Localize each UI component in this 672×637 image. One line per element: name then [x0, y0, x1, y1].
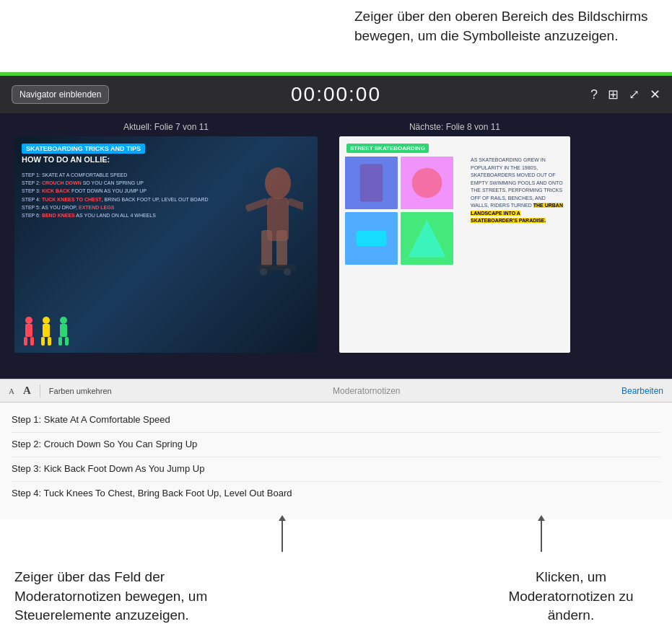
timer-display: 00:00:00 — [291, 83, 381, 106]
svg-rect-10 — [25, 324, 32, 337]
callout-line-right — [541, 519, 542, 552]
toolbar-left: Navigator einblenden — [12, 85, 109, 104]
close-icon[interactable]: ✕ — [650, 87, 660, 102]
svg-point-5 — [260, 268, 267, 276]
svg-rect-26 — [357, 231, 387, 246]
note-line-1: Step 1: Skate At A Comfortable Speed — [12, 408, 660, 433]
photo-4 — [401, 212, 453, 265]
svg-rect-7 — [245, 198, 269, 212]
notes-panel: A A Farben umkehren Moderatornotizen Bea… — [0, 379, 672, 519]
help-icon[interactable]: ? — [590, 87, 598, 102]
next-slide-photos — [345, 157, 453, 265]
current-slide-title: HOW TO DO AN OLLIE: — [22, 155, 110, 164]
bottom-right-annotation: Klicken, um Moderatornotizen zu ändern. — [470, 556, 672, 637]
note-line-3: Step 3: Kick Back Foot Down As You Jump … — [12, 457, 660, 482]
svg-rect-18 — [60, 324, 67, 337]
current-slide-bg: skateboarding tricks and tips HOW TO DO … — [14, 136, 318, 353]
font-size-small-button[interactable]: A — [9, 387, 14, 395]
photo-3 — [345, 212, 398, 265]
presentation-toolbar: Navigator einblenden 00:00:00 ? ⊞ ⤢ ✕ — [0, 76, 672, 113]
svg-rect-20 — [65, 337, 69, 346]
grid-icon[interactable]: ⊞ — [608, 87, 619, 102]
next-slide-bg: street skateboarding — [339, 136, 570, 353]
toolbar-divider — [40, 385, 40, 397]
slides-area: Aktuell: Folie 7 von 11 skateboarding tr… — [0, 113, 672, 379]
notes-toolbar: A A Farben umkehren Moderatornotizen Bea… — [0, 379, 672, 403]
current-slide-container: Aktuell: Folie 7 von 11 skateboarding tr… — [14, 122, 318, 353]
next-slide-tag: street skateboarding — [346, 144, 429, 153]
photo-2 — [401, 157, 453, 209]
callout-line-left — [282, 519, 283, 552]
svg-point-0 — [265, 167, 291, 199]
notes-center-label: Moderatornotizen — [121, 386, 613, 396]
figure-silhouettes — [22, 317, 71, 346]
svg-rect-8 — [287, 198, 303, 212]
toolbar-right: ? ⊞ ⤢ ✕ — [590, 87, 660, 102]
svg-rect-16 — [48, 337, 51, 346]
svg-rect-19 — [58, 337, 62, 346]
next-slide-container: Nächste: Folie 8 von 11 street skateboar… — [339, 122, 570, 353]
svg-rect-15 — [41, 337, 45, 346]
current-slide: skateboarding tricks and tips HOW TO DO … — [14, 136, 318, 353]
invert-colors-button[interactable]: Farben umkehren — [49, 387, 112, 395]
next-slide-text: AS SKATEBOARDING GREW IN POPULARITY IN T… — [471, 157, 564, 225]
svg-point-24 — [412, 168, 442, 198]
note-line-2: Step 2: Crouch Down So You Can Spring Up — [12, 433, 660, 457]
svg-point-13 — [43, 317, 50, 324]
notes-content: Step 1: Skate At A Comfortable Speed Ste… — [0, 403, 672, 511]
svg-rect-11 — [24, 337, 27, 346]
svg-point-17 — [60, 317, 67, 324]
green-accent-bar — [0, 72, 672, 76]
svg-point-9 — [25, 317, 32, 324]
expand-icon[interactable]: ⤢ — [629, 87, 640, 102]
next-slide: street skateboarding — [339, 136, 570, 353]
current-slide-tag: skateboarding tricks and tips — [22, 144, 145, 154]
top-annotation: Zeiger über den oberen Bereich des Bilds… — [340, 0, 672, 53]
svg-rect-22 — [360, 164, 383, 201]
font-size-large-button[interactable]: A — [23, 385, 31, 397]
navigator-button[interactable]: Navigator einblenden — [12, 85, 109, 104]
photo-1 — [345, 157, 398, 209]
current-slide-label: Aktuell: Folie 7 von 11 — [123, 122, 209, 132]
svg-point-6 — [284, 268, 291, 276]
next-slide-label: Nächste: Folie 8 von 11 — [409, 122, 500, 132]
svg-rect-12 — [30, 337, 34, 346]
edit-notes-button[interactable]: Bearbeiten — [621, 386, 663, 396]
presentation-window: Navigator einblenden 00:00:00 ? ⊞ ⤢ ✕ Ak… — [0, 76, 672, 379]
svg-rect-3 — [276, 230, 287, 266]
svg-rect-14 — [43, 324, 50, 337]
skater-illustration — [217, 158, 303, 331]
bottom-left-annotation: Zeiger über das Feld der Moderatornotize… — [0, 556, 289, 637]
note-line-4: Step 4: Tuck Knees To Chest, Bring Back … — [12, 482, 660, 506]
svg-rect-2 — [261, 230, 272, 266]
